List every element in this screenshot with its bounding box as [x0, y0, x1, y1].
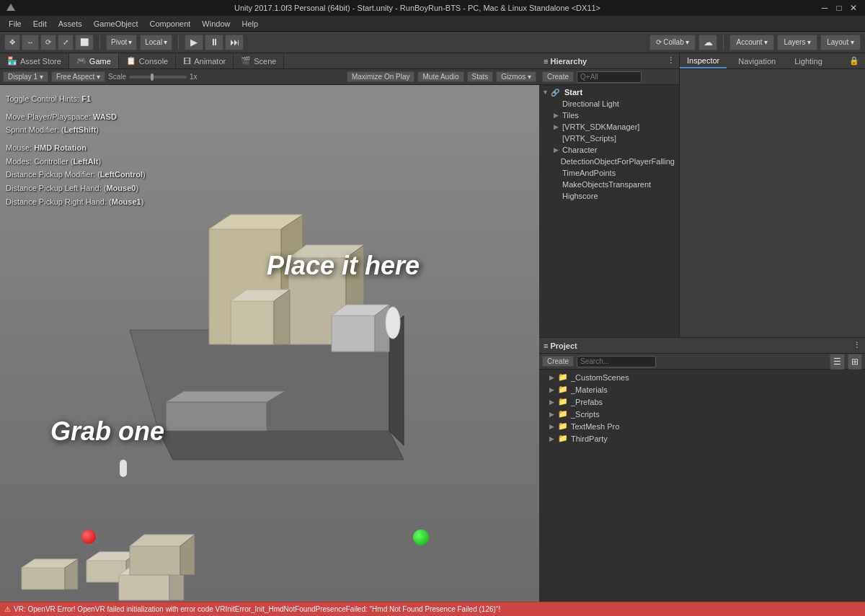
move-tool[interactable]: ↔	[22, 35, 39, 50]
hierarchy-item-tiles[interactable]: ▶ Tiles	[539, 110, 679, 121]
minimize-button[interactable]: ─	[819, 2, 830, 14]
close-button[interactable]: ✕	[848, 2, 859, 14]
hierarchy-title: ≡ Hierarchy	[544, 57, 587, 66]
main-area: 🏪 Asset Store 🎮 Game 📋 Console 🎞 Animato…	[0, 53, 865, 602]
local-button[interactable]: Local ▾	[140, 35, 172, 50]
game-canvas: Toggle Control Hints: F1 Move Player/Pla…	[0, 85, 539, 602]
right-side-top: ≡ Hierarchy ⋮ Create ▼ 🔗 Start	[539, 53, 865, 338]
tab-inspector[interactable]: Inspector	[680, 53, 727, 68]
step-button[interactable]: ⏭	[225, 35, 244, 50]
hierarchy-item-highscore[interactable]: Highscore	[539, 190, 679, 202]
play-button[interactable]: ▶	[185, 35, 203, 50]
maximize-button[interactable]: □	[833, 2, 845, 14]
cloud-button[interactable]: ☁	[698, 35, 717, 50]
grab-one-text: Grab one	[50, 416, 164, 447]
menu-assets[interactable]: Assets	[53, 18, 88, 30]
project-item-textmesh[interactable]: ▶ 📁 TextMesh Pro	[539, 420, 865, 432]
pause-button[interactable]: ⏸	[205, 35, 223, 50]
collab-button[interactable]: ⟳ Collab ▾	[649, 35, 696, 50]
scale-slider[interactable]	[129, 76, 187, 79]
display-selector[interactable]: Display 1 ▾	[3, 71, 48, 82]
project-list-view[interactable]: ☰	[830, 354, 845, 370]
hierarchy-item-start[interactable]: ▼ 🔗 Start	[539, 86, 679, 98]
aspect-selector[interactable]: Free Aspect ▾	[51, 71, 105, 82]
account-button[interactable]: Account ▾	[729, 35, 774, 50]
left-panel: 🏪 Asset Store 🎮 Game 📋 Console 🎞 Animato…	[0, 53, 539, 602]
hierarchy-create[interactable]: Create	[542, 71, 574, 82]
svg-marker-25	[119, 575, 169, 600]
tab-navigation[interactable]: Navigation	[731, 53, 783, 68]
rect-tool[interactable]: ⬜	[75, 35, 94, 50]
svg-marker-28	[130, 546, 180, 575]
game-viewport[interactable]: Toggle Control Hints: F1 Move Player/Pla…	[0, 85, 539, 602]
menu-file[interactable]: File	[3, 18, 27, 30]
editor-tab-bar: 🏪 Asset Store 🎮 Game 📋 Console 🎞 Animato…	[0, 53, 539, 69]
svg-point-18	[386, 307, 400, 339]
inspector-content	[680, 69, 865, 337]
stats-button[interactable]: Stats	[467, 71, 494, 82]
tab-asset-store[interactable]: 🏪 Asset Store	[0, 53, 69, 68]
project-create[interactable]: Create	[542, 356, 574, 367]
play-controls: ▶ ⏸ ⏭	[185, 35, 244, 50]
mute-audio[interactable]: Mute Audio	[417, 71, 463, 82]
project-item-customscenes[interactable]: ▶ 📁 _CustomScenes	[539, 371, 865, 383]
scale-tool[interactable]: ⤢	[58, 35, 74, 50]
hierarchy-item-vrtk-sdk[interactable]: ▶ [VRTK_SDKManager]	[539, 121, 679, 133]
svg-marker-19	[22, 568, 65, 589]
sep2	[178, 35, 179, 50]
tab-scene[interactable]: 🎬 Scene	[234, 53, 284, 68]
game-toolbar: Display 1 ▾ Free Aspect ▾ Scale 1x Maxim…	[0, 69, 539, 85]
svg-marker-14	[166, 391, 285, 402]
hand-tool[interactable]: ✥	[4, 35, 20, 50]
hierarchy-item-timepoints[interactable]: TimeAndPoints	[539, 167, 679, 179]
hierarchy-item-directional-light[interactable]: Directional Light	[539, 98, 679, 110]
menu-help[interactable]: Help	[236, 18, 264, 30]
rotate-tool[interactable]: ⟳	[40, 35, 56, 50]
pivot-button[interactable]: Pivot ▾	[106, 35, 137, 50]
green-dot	[413, 530, 429, 545]
menu-edit[interactable]: Edit	[27, 18, 53, 30]
hierarchy-expand[interactable]: ⋮	[667, 56, 675, 66]
inspector-lock[interactable]: 🔒	[843, 53, 865, 68]
status-bar: ⚠ VR: OpenVR Error! OpenVR failed initia…	[0, 602, 865, 616]
svg-marker-15	[332, 316, 375, 352]
hierarchy-item-makeobjects[interactable]: MakeObjectsTransparent	[539, 179, 679, 190]
red-dot	[81, 530, 96, 544]
project-icon-view[interactable]: ⊞	[848, 354, 862, 370]
menu-gameobject[interactable]: GameObject	[88, 18, 144, 30]
hierarchy-item-vrtk-scripts[interactable]: [VRTK_Scripts]	[539, 133, 679, 144]
toolbar: ✥ ↔ ⟳ ⤢ ⬜ Pivot ▾ Local ▾ ▶ ⏸ ⏭ ⟳ Collab…	[0, 32, 865, 53]
project-search[interactable]	[577, 356, 656, 367]
place-it-here-text: Place it here	[267, 251, 420, 281]
unity-icon	[6, 3, 16, 13]
error-icon: ⚠	[4, 605, 11, 613]
project-item-scripts[interactable]: ▶ 📁 _Scripts	[539, 408, 865, 420]
hierarchy-panel: ≡ Hierarchy ⋮ Create ▼ 🔗 Start	[539, 53, 680, 337]
window-title: Unity 2017.1.0f3 Personal (64bit) - Star…	[16, 4, 819, 12]
project-item-thirdparty[interactable]: ▶ 📁 ThirdParty	[539, 432, 865, 445]
sep1	[99, 35, 100, 50]
maximize-on-play[interactable]: Maximize On Play	[347, 71, 415, 82]
hierarchy-item-detection[interactable]: DetectionObjectForPlayerFalling	[539, 156, 679, 167]
gizmos-button[interactable]: Gizmos ▾	[496, 71, 536, 82]
project-item-materials[interactable]: ▶ 📁 _Materials	[539, 383, 865, 396]
tab-animator[interactable]: 🎞 Animator	[176, 53, 234, 68]
layers-button[interactable]: Layers ▾	[777, 35, 817, 50]
project-header: ≡ Project ⋮	[539, 338, 865, 354]
menu-component[interactable]: Component	[143, 18, 196, 30]
scene-3d	[0, 85, 539, 602]
svg-marker-1	[159, 431, 404, 460]
tab-game[interactable]: 🎮 Game	[69, 53, 119, 68]
tab-console[interactable]: 📋 Console	[119, 53, 176, 68]
project-expand[interactable]: ⋮	[853, 341, 861, 350]
hierarchy-header: ≡ Hierarchy ⋮	[539, 53, 679, 69]
hierarchy-search[interactable]	[577, 71, 642, 83]
menu-window[interactable]: Window	[196, 18, 236, 30]
tab-lighting[interactable]: Lighting	[787, 53, 830, 68]
project-item-prefabs[interactable]: ▶ 📁 _Prefabs	[539, 396, 865, 408]
svg-marker-13	[166, 402, 267, 431]
hierarchy-content: ▼ 🔗 Start Directional Light ▶ Tiles ▶	[539, 85, 679, 337]
capsule-object	[120, 460, 127, 477]
hierarchy-item-character[interactable]: ▶ Character	[539, 144, 679, 156]
layout-button[interactable]: Layout ▾	[820, 35, 861, 50]
